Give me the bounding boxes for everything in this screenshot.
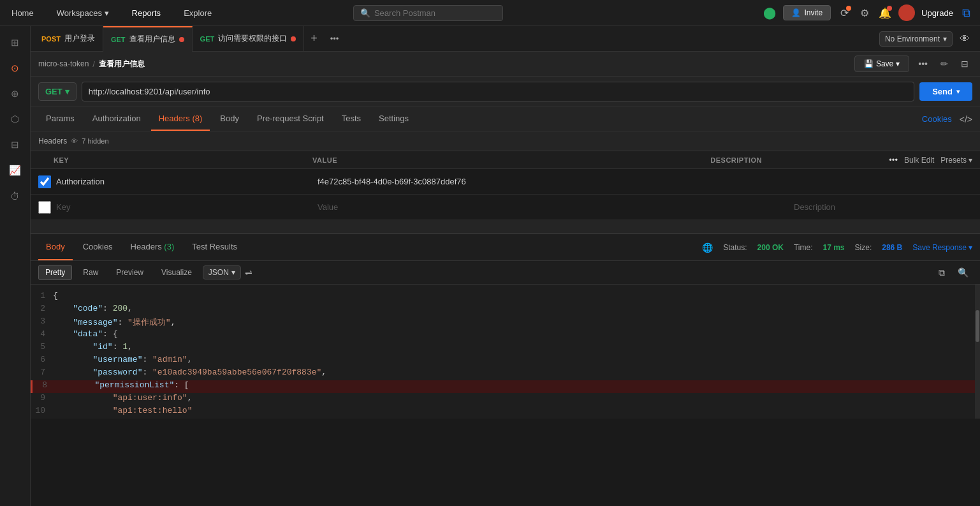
app-icon[interactable]: ⧉ bbox=[960, 6, 974, 20]
code-line-8: 8 "permissionList": [ bbox=[31, 380, 980, 393]
request-tabs: Params Authorization Headers (8) Body Pr… bbox=[31, 107, 980, 131]
invite-button[interactable]: 👤 Invite bbox=[783, 5, 831, 20]
wrap-icon[interactable]: ⇌ bbox=[245, 267, 252, 278]
col-value-header: VALUE bbox=[312, 156, 710, 164]
resp-tab-headers[interactable]: Headers (3) bbox=[123, 234, 182, 260]
notifications-icon[interactable]: 🔔 bbox=[878, 6, 892, 20]
req-tab-tests[interactable]: Tests bbox=[334, 107, 369, 131]
resp-tab-body[interactable]: Body bbox=[38, 234, 73, 260]
row-key-placeholder[interactable]: Key bbox=[56, 202, 318, 212]
url-bar: GET ▾ Send ▾ bbox=[31, 77, 980, 107]
tab-2[interactable]: GET 查看用户信息 bbox=[103, 26, 193, 52]
time-value: 17 ms bbox=[823, 243, 845, 252]
code-icon[interactable]: </> bbox=[960, 114, 972, 124]
col-desc-header: DESCRIPTION bbox=[710, 156, 889, 164]
code-line-7: 7 "password": "e10adc3949ba59abbe56e067f… bbox=[31, 368, 980, 380]
tab-1[interactable]: POST 用户登录 bbox=[34, 26, 103, 52]
tab-3-name: 访问需要权限的接口 bbox=[218, 33, 287, 44]
sidebar-monitor[interactable]: 📈 bbox=[4, 159, 27, 182]
row-value-placeholder[interactable]: Value bbox=[318, 202, 794, 212]
req-tab-prerequest[interactable]: Pre-request Script bbox=[249, 107, 332, 131]
tab-3[interactable]: GET 访问需要权限的接口 bbox=[193, 26, 305, 52]
more-actions-icon[interactable]: ••• bbox=[914, 56, 932, 71]
tab-3-method: GET bbox=[200, 35, 215, 43]
response-status-bar: 🌐 Status: 200 OK Time: 17 ms Size: 286 B… bbox=[702, 242, 972, 253]
req-tab-headers[interactable]: Headers (8) bbox=[151, 107, 210, 131]
copy-icon[interactable]: ⧉ bbox=[935, 266, 949, 279]
split-icon[interactable]: ⊟ bbox=[957, 56, 972, 71]
code-line-4: 4 "data": { bbox=[31, 329, 980, 342]
settings-icon[interactable]: ⚙ bbox=[858, 6, 872, 20]
sync-icon[interactable]: ⟳ bbox=[837, 6, 851, 20]
req-tab-settings[interactable]: Settings bbox=[371, 107, 416, 131]
search-input[interactable] bbox=[374, 8, 489, 18]
sidebar-apis[interactable]: ⊕ bbox=[4, 82, 27, 105]
format-preview[interactable]: Preview bbox=[109, 265, 150, 280]
search-resp-icon[interactable]: 🔍 bbox=[954, 266, 972, 279]
upgrade-button[interactable]: Upgrade bbox=[921, 8, 953, 18]
tab-2-dot bbox=[179, 37, 184, 42]
nav-workspaces[interactable]: Workspaces ▾ bbox=[52, 6, 114, 20]
search-bar[interactable]: 🔍 bbox=[353, 5, 503, 21]
row-placeholder-checkbox[interactable] bbox=[38, 201, 51, 214]
size-label: Size: bbox=[855, 243, 872, 252]
scrollbar-track[interactable] bbox=[975, 285, 980, 419]
presets-dropdown-icon: ▾ bbox=[969, 156, 972, 165]
save-response-button[interactable]: Save Response ▾ bbox=[912, 243, 972, 252]
breadcrumb-current: 查看用户信息 bbox=[99, 59, 145, 70]
bulk-edit-button[interactable]: Bulk Edit bbox=[904, 156, 934, 165]
sidebar-new-tab[interactable]: ⊞ bbox=[4, 31, 27, 54]
eye-icon[interactable]: 👁 bbox=[958, 32, 972, 46]
user-avatar[interactable] bbox=[898, 4, 915, 21]
environment-select[interactable]: No Environment ▾ bbox=[879, 31, 953, 47]
req-tab-params[interactable]: Params bbox=[38, 107, 82, 131]
sidebar-mock[interactable]: ⊟ bbox=[4, 133, 27, 156]
edit-icon[interactable]: ✏ bbox=[937, 56, 952, 71]
search-icon: 🔍 bbox=[360, 8, 370, 18]
send-button[interactable]: Send ▾ bbox=[919, 82, 972, 101]
nav-explore[interactable]: Explore bbox=[179, 6, 217, 20]
code-line-3: 3 "message": "操作成功", bbox=[31, 316, 980, 329]
code-line-9: 9 "api:user:info", bbox=[31, 393, 980, 406]
response-tabs-bar: Body Cookies Headers (3) Test Results 🌐 … bbox=[31, 234, 980, 261]
eye-hidden-icon[interactable]: 👁 bbox=[71, 137, 78, 145]
tab-2-name: 查看用户信息 bbox=[129, 34, 175, 45]
url-input[interactable] bbox=[82, 82, 914, 101]
sidebar-environments[interactable]: ⬡ bbox=[4, 108, 27, 131]
table-header: KEY VALUE DESCRIPTION ••• Bulk Edit Pres… bbox=[31, 151, 980, 169]
code-line-10: 10 "api:test:hello" bbox=[31, 406, 980, 419]
sidebar-history[interactable]: ⏱ bbox=[4, 184, 27, 207]
three-dots-icon[interactable]: ••• bbox=[889, 155, 898, 165]
resp-tab-test-results[interactable]: Test Results bbox=[184, 234, 245, 260]
method-dropdown-icon: ▾ bbox=[65, 87, 69, 96]
nav-reports[interactable]: Reports bbox=[127, 6, 166, 20]
scrollbar-thumb[interactable] bbox=[976, 310, 979, 342]
presets-button[interactable]: Presets ▾ bbox=[940, 156, 972, 165]
save-icon: 💾 bbox=[864, 59, 874, 68]
code-line-1: 1 { bbox=[31, 291, 980, 304]
breadcrumb-bar: micro-sa-token / 查看用户信息 💾 Save ▾ ••• ✏ ⊟ bbox=[31, 52, 980, 77]
tabs-right: No Environment ▾ 👁 bbox=[874, 31, 977, 47]
interceptor-icon[interactable]: ⬤ bbox=[763, 6, 777, 20]
row-value-auth: f4e72c85-bf48-4d0e-b69f-3c0887ddef76 bbox=[318, 177, 794, 186]
sidebar-collections[interactable]: ⊙ bbox=[4, 57, 27, 80]
response-section: Body Cookies Headers (3) Test Results 🌐 … bbox=[31, 233, 980, 419]
req-tab-body[interactable]: Body bbox=[212, 107, 247, 131]
nav-home[interactable]: Home bbox=[6, 6, 39, 20]
code-viewer: 1 { 2 "code": 200, 3 "message": "操作成功", … bbox=[31, 285, 980, 419]
row-checkbox[interactable] bbox=[38, 175, 51, 188]
cookies-link[interactable]: Cookies bbox=[922, 114, 952, 124]
format-pretty[interactable]: Pretty bbox=[38, 265, 72, 280]
format-visualize[interactable]: Visualize bbox=[154, 265, 199, 280]
resp-tab-cookies[interactable]: Cookies bbox=[75, 234, 121, 260]
json-format-select[interactable]: JSON ▾ bbox=[203, 265, 241, 279]
save-button[interactable]: 💾 Save ▾ bbox=[854, 56, 909, 72]
add-tab-button[interactable]: + bbox=[304, 32, 324, 45]
req-tab-auth[interactable]: Authorization bbox=[85, 107, 149, 131]
more-tabs-button[interactable]: ••• bbox=[324, 34, 346, 43]
size-value: 286 B bbox=[882, 243, 902, 252]
sync-badge bbox=[846, 6, 851, 11]
method-select[interactable]: GET ▾ bbox=[38, 82, 77, 101]
format-raw[interactable]: Raw bbox=[76, 265, 105, 280]
main-content: POST 用户登录 GET 查看用户信息 GET 访问需要权限的接口 + •••… bbox=[31, 26, 980, 419]
